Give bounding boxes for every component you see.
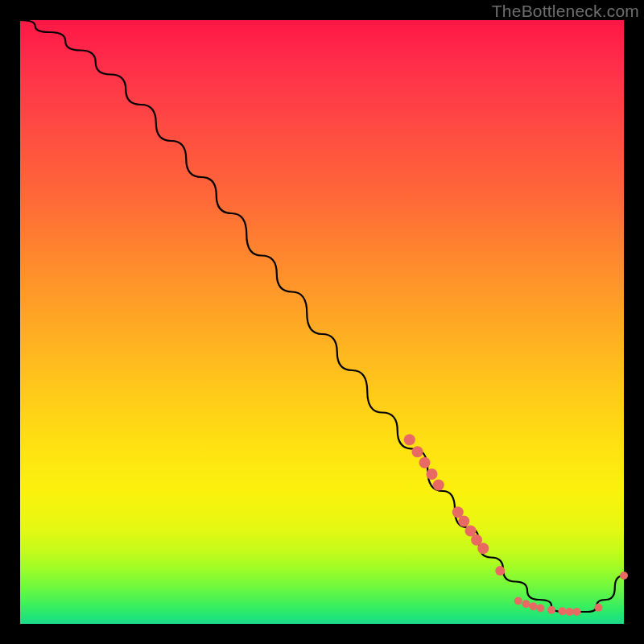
marker-dot bbox=[514, 597, 522, 605]
marker-dot bbox=[559, 607, 567, 615]
marker-dot bbox=[547, 606, 555, 614]
marker-dot bbox=[427, 469, 438, 480]
chart-svg bbox=[20, 20, 624, 624]
marker-dot bbox=[530, 602, 538, 610]
plot-area bbox=[20, 20, 624, 624]
marker-dot bbox=[433, 480, 444, 491]
marker-dot bbox=[477, 543, 489, 554]
marker-dot bbox=[537, 605, 545, 613]
marker-dot bbox=[573, 608, 581, 616]
marker-dot bbox=[458, 516, 469, 527]
marker-dot bbox=[419, 457, 431, 469]
marker-dot bbox=[566, 608, 574, 616]
bottleneck-curve bbox=[20, 20, 624, 612]
marker-dot bbox=[495, 566, 505, 576]
watermark-text: TheBottleneck.com bbox=[492, 2, 639, 21]
marker-dot bbox=[595, 604, 603, 612]
marker-dot bbox=[522, 600, 530, 608]
chart-frame: TheBottleneck.com bbox=[0, 0, 644, 644]
marker-dot bbox=[404, 434, 415, 445]
marker-dot bbox=[412, 446, 423, 457]
highlight-dots bbox=[404, 434, 628, 616]
marker-dot bbox=[620, 572, 628, 580]
